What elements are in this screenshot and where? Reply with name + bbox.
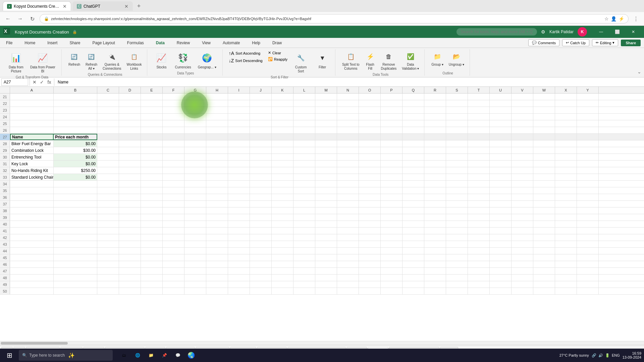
menu-review[interactable]: Review [174,39,193,47]
menu-data[interactable]: Data [153,39,167,47]
ribbon-expand-btn[interactable]: ⌄ [637,49,641,76]
col-header-B[interactable]: B [54,87,97,93]
row-num-46[interactable]: 46 [0,261,10,267]
cell-A27[interactable]: Name [10,134,54,140]
btn-reapply[interactable]: 🔁 Reapply [267,56,289,62]
btn-queries-connections[interactable]: 🔌 Queries &Connections [101,50,123,72]
btn-ungroup[interactable]: 📂 Ungroup ▾ [447,50,466,68]
cell-A30[interactable]: Entrenching Tool [10,154,54,160]
row-num-26[interactable]: 26 [0,127,10,133]
taskbar-app-edge[interactable]: 🌐 [131,349,144,361]
col-header-E[interactable]: E [141,87,163,93]
col-header-V[interactable]: V [512,87,533,93]
col-header-W[interactable]: W [533,87,555,93]
menu-automate[interactable]: Automate [220,39,243,47]
col-header-T[interactable]: T [468,87,490,93]
btn-refresh[interactable]: 🔄 Refresh [66,50,82,68]
row-num-30[interactable]: 30 [0,154,10,160]
col-header-L[interactable]: L [293,87,315,93]
btn-data-from-picture[interactable]: 📊 Data fromPicture [6,50,26,75]
menu-draw[interactable]: Draw [270,39,284,47]
browser-settings-icon[interactable]: ⋮ [631,14,641,23]
col-header-O[interactable]: O [359,87,381,93]
row-num-25[interactable]: 25 [0,120,10,127]
row-num-21[interactable]: 21 [0,94,10,100]
tab-chatgpt-close[interactable]: ✕ [124,4,128,9]
btn-currencies[interactable]: 💱 Currencies [172,50,194,71]
col-header-U[interactable]: U [490,87,512,93]
row-num-24[interactable]: 24 [0,114,10,120]
col-header-R[interactable]: R [424,87,446,93]
reload-button[interactable]: ↻ [28,14,37,23]
editing-button[interactable]: ✏ Editing ▾ [592,39,619,46]
col-header-Q[interactable]: Q [402,87,424,93]
taskbar-app-task-view[interactable]: 🗂 [118,349,130,361]
start-button[interactable]: ⊞ [3,349,16,362]
btn-stocks[interactable]: 📈 Stocks [152,50,171,71]
row-num-44[interactable]: 44 [0,248,10,254]
row-num-49[interactable]: 49 [0,281,10,288]
menu-help[interactable]: Help [249,39,263,47]
btn-geography[interactable]: 🌍 Geograp... ▾ [195,50,219,71]
cell-B30[interactable]: $0.00 [54,154,97,160]
row-num-31[interactable]: 31 [0,161,10,167]
tab-chatgpt[interactable]: C ChatGPT ✕ [72,1,133,11]
row-num-50[interactable]: 50 [0,288,10,294]
horizontal-scrollbar[interactable] [0,341,644,345]
btn-flash-fill[interactable]: ⚡ FlashFill [363,50,378,72]
user-avatar[interactable]: K [578,27,587,37]
col-header-D[interactable]: D [119,87,141,93]
menu-file[interactable]: File [3,39,15,47]
profile-icon[interactable]: 👤 [611,16,616,21]
row-num-28[interactable]: 28 [0,140,10,147]
formula-input[interactable] [56,78,643,86]
maximize-button[interactable]: ⬜ [610,26,625,38]
cell-B31[interactable]: $0.00 [54,161,97,167]
col-header-P[interactable]: P [381,87,402,93]
taskbar-search[interactable]: 🔍 Type here to search ✨ [19,350,113,361]
col-header-Y[interactable]: Y [577,87,599,93]
cell-A33[interactable]: Standard Locking Chain [10,174,54,180]
row-num-39[interactable]: 39 [0,214,10,221]
row-num-32[interactable]: 32 [0,167,10,174]
language-indicator[interactable]: ENG [612,353,620,357]
menu-home[interactable]: Home [22,39,38,47]
row-num-43[interactable]: 43 [0,241,10,247]
col-header-F[interactable]: F [163,87,184,93]
row-num-40[interactable]: 40 [0,221,10,227]
excel-search-input[interactable] [457,28,537,36]
bookmark-icon[interactable]: ☆ [604,16,609,21]
settings-icon[interactable]: ⚙ [541,29,545,35]
btn-sort-ascending[interactable]: ↑A Sort Ascending [227,50,264,57]
col-header-A[interactable]: A [10,87,54,93]
col-header-C[interactable]: C [97,87,119,93]
row-num-27[interactable]: 27 [0,134,10,140]
cell-B33[interactable]: $0.00 [54,174,97,180]
row-num-34[interactable]: 34 [0,181,10,187]
col-header-I[interactable]: I [228,87,250,93]
row-num-35[interactable]: 35 [0,187,10,194]
cell-B21[interactable] [54,94,97,100]
btn-remove-duplicates[interactable]: 🗑 RemoveDuplicates [379,50,399,72]
cell-A31[interactable]: Key Lock [10,161,54,167]
btn-refresh-all[interactable]: 🔄 RefreshAll ▾ [84,50,99,72]
extension-icon[interactable]: ⚡ [619,16,624,21]
cell-A21[interactable] [10,94,54,100]
cell-A28[interactable]: Biker Fuel Energy Bar [10,140,54,147]
col-header-X[interactable]: X [555,87,577,93]
forward-button[interactable]: → [15,14,25,23]
menu-formulas[interactable]: Formulas [124,39,147,47]
row-num-48[interactable]: 48 [0,275,10,281]
row-num-23[interactable]: 23 [0,107,10,113]
back-button[interactable]: ← [3,14,13,23]
cell-A29[interactable]: Combination Lock [10,147,54,154]
comments-button[interactable]: 💬 Comments [528,39,559,46]
taskbar-app-chrome[interactable]: 🌏 [185,349,197,361]
row-num-22[interactable]: 22 [0,100,10,107]
menu-insert[interactable]: Insert [45,39,60,47]
cell-B27[interactable]: Price each month [54,134,97,140]
col-header-J[interactable]: J [250,87,272,93]
close-button[interactable]: ✕ [626,26,641,38]
menu-view[interactable]: View [199,39,213,47]
row-num-37[interactable]: 37 [0,201,10,207]
